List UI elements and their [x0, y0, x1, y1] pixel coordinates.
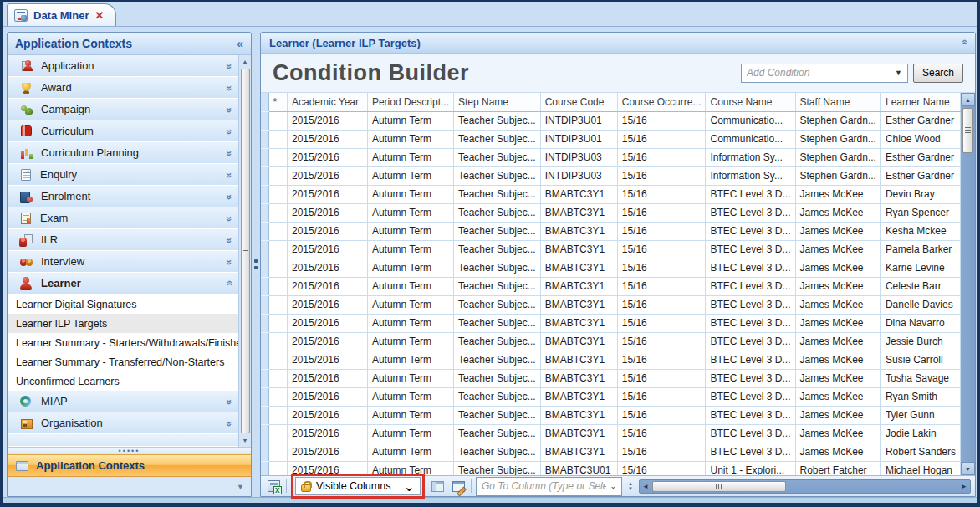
- table-row[interactable]: 2015/2016Autumn TermTeacher Subjec...BMA…: [261, 277, 961, 295]
- sidebar-item-interview[interactable]: Interview»: [8, 251, 238, 273]
- table-cell[interactable]: BMABTC3Y1: [540, 406, 617, 424]
- table-row[interactable]: 2015/2016Autumn TermTeacher Subjec...BMA…: [261, 443, 961, 461]
- table-cell[interactable]: Autumn Term: [367, 332, 453, 351]
- table-row[interactable]: 2015/2016Autumn TermTeacher Subjec...BMA…: [261, 369, 961, 387]
- table-cell[interactable]: Esther Gardner: [880, 111, 960, 130]
- table-cell[interactable]: Autumn Term: [367, 295, 453, 314]
- table-cell[interactable]: James McKee: [795, 351, 880, 369]
- table-row[interactable]: 2015/2016Autumn TermTeacher Subjec...BMA…: [261, 351, 961, 369]
- table-cell[interactable]: [268, 259, 287, 277]
- row-indicator[interactable]: [261, 332, 268, 351]
- table-cell[interactable]: Stephen Gardn...: [795, 130, 880, 148]
- table-row[interactable]: 2015/2016Autumn TermTeacher Subjec...BMA…: [261, 332, 961, 351]
- table-row[interactable]: 2015/2016Autumn TermTeacher Subjec...BMA…: [261, 295, 961, 314]
- table-cell[interactable]: Celeste Barr: [880, 277, 960, 295]
- table-cell[interactable]: 15/16: [617, 277, 706, 295]
- table-cell[interactable]: BTEC Level 3 D...: [706, 332, 795, 351]
- collapse-sidebar-icon[interactable]: «: [237, 37, 243, 50]
- table-cell[interactable]: 2015/2016: [287, 259, 367, 277]
- row-indicator[interactable]: [261, 222, 268, 240]
- table-cell[interactable]: Ryan Smith: [880, 387, 960, 406]
- table-scrollbar-thumb[interactable]: [962, 108, 973, 153]
- table-cell[interactable]: Teacher Subjec...: [453, 332, 540, 351]
- table-cell[interactable]: BMABTC3Y1: [540, 424, 617, 443]
- table-cell[interactable]: 2015/2016: [287, 295, 367, 314]
- table-cell[interactable]: James McKee: [795, 185, 880, 203]
- table-cell[interactable]: Autumn Term: [367, 259, 453, 277]
- table-cell[interactable]: [268, 148, 287, 166]
- table-cell[interactable]: Communicatio...: [706, 130, 795, 148]
- table-cell[interactable]: Kesha Mckee: [880, 222, 960, 240]
- row-indicator[interactable]: [261, 185, 268, 203]
- row-indicator[interactable]: [261, 240, 268, 259]
- table-cell[interactable]: BTEC Level 3 D...: [706, 369, 795, 387]
- table-cell[interactable]: Chloe Wood: [880, 130, 960, 148]
- table-cell[interactable]: Communicatio...: [706, 111, 795, 130]
- table-cell[interactable]: BMABTC3U01: [540, 461, 617, 475]
- table-cell[interactable]: Dina Navarro: [880, 314, 960, 332]
- table-cell[interactable]: Teacher Subjec...: [453, 387, 540, 406]
- chevron-down-icon[interactable]: ▼: [895, 69, 902, 77]
- row-indicator[interactable]: [261, 295, 268, 314]
- table-cell[interactable]: Devin Bray: [880, 185, 960, 203]
- column-header-learner-name[interactable]: Learner Name: [880, 93, 960, 111]
- table-cell[interactable]: 15/16: [617, 295, 706, 314]
- table-cell[interactable]: Tyler Gunn: [880, 406, 960, 424]
- table-cell[interactable]: BMABTC3Y1: [540, 332, 617, 351]
- column-header-academic-year[interactable]: Academic Year: [287, 93, 367, 111]
- row-indicator[interactable]: [261, 166, 268, 185]
- table-cell[interactable]: BMABTC3Y1: [540, 443, 617, 461]
- sidebar-item-curriculum-planning[interactable]: Curriculum Planning»: [8, 142, 238, 164]
- sidebar-item-curriculum[interactable]: Curriculum»: [8, 120, 238, 142]
- hscrollbar-thumb[interactable]: [652, 481, 786, 492]
- table-cell[interactable]: Teacher Subjec...: [453, 314, 540, 332]
- table-cell[interactable]: 15/16: [617, 424, 706, 443]
- table-row[interactable]: 2015/2016Autumn TermTeacher Subjec...BMA…: [261, 259, 961, 277]
- table-cell[interactable]: Autumn Term: [367, 277, 453, 295]
- table-cell[interactable]: [268, 314, 287, 332]
- sidebar-subitem-learner-ilp-targets[interactable]: Learner ILP Targets: [8, 314, 238, 333]
- table-cell[interactable]: BMABTC3Y1: [540, 351, 617, 369]
- table-cell[interactable]: James McKee: [795, 295, 880, 314]
- row-indicator[interactable]: [261, 130, 268, 148]
- table-cell[interactable]: BTEC Level 3 D...: [706, 203, 795, 222]
- table-cell[interactable]: 2015/2016: [287, 424, 367, 443]
- column-header-[interactable]: *: [268, 93, 287, 111]
- table-cell[interactable]: Autumn Term: [367, 185, 453, 203]
- edit-columns-button[interactable]: [450, 479, 467, 494]
- table-cell[interactable]: Autumn Term: [367, 369, 453, 387]
- table-cell[interactable]: 2015/2016: [287, 277, 367, 295]
- table-cell[interactable]: [268, 130, 287, 148]
- table-cell[interactable]: Teacher Subjec...: [453, 277, 540, 295]
- table-cell[interactable]: Susie Carroll: [880, 351, 960, 369]
- table-cell[interactable]: Autumn Term: [367, 424, 453, 443]
- table-cell[interactable]: [268, 203, 287, 222]
- table-cell[interactable]: Stephen Gardn...: [795, 166, 880, 185]
- column-header-course-occurre[interactable]: Course Occurre...: [617, 93, 706, 111]
- row-indicator[interactable]: [261, 369, 268, 387]
- table-cell[interactable]: 2015/2016: [287, 443, 367, 461]
- chevron-down-icon[interactable]: ⌄: [404, 479, 415, 494]
- table-cell[interactable]: [268, 185, 287, 203]
- table-cell[interactable]: [268, 443, 287, 461]
- table-cell[interactable]: Teacher Subjec...: [453, 240, 540, 259]
- row-indicator[interactable]: [261, 443, 268, 461]
- table-cell[interactable]: [268, 166, 287, 185]
- table-cell[interactable]: 15/16: [617, 166, 706, 185]
- table-cell[interactable]: James McKee: [795, 406, 880, 424]
- table-cell[interactable]: [268, 387, 287, 406]
- table-cell[interactable]: BTEC Level 3 D...: [706, 185, 795, 203]
- table-cell[interactable]: INTDIP3U03: [540, 166, 617, 185]
- table-cell[interactable]: 15/16: [617, 259, 706, 277]
- table-cell[interactable]: Teacher Subjec...: [453, 295, 540, 314]
- table-cell[interactable]: Teacher Subjec...: [453, 130, 540, 148]
- table-row[interactable]: 2015/2016Autumn TermTeacher Subjec...INT…: [261, 111, 961, 130]
- table-cell[interactable]: Autumn Term: [367, 130, 453, 148]
- table-cell[interactable]: Jodie Lakin: [880, 424, 960, 443]
- table-cell[interactable]: Danelle Davies: [880, 295, 960, 314]
- sidebar-subitem-learner-summary-transferred-non-starters[interactable]: Learner Summary - Transferred/Non-Starte…: [8, 352, 238, 371]
- table-cell[interactable]: Autumn Term: [367, 351, 453, 369]
- sidebar-item-ilr[interactable]: ILR»: [8, 229, 238, 251]
- sidebar-item-organisation[interactable]: Organisation»: [8, 412, 238, 434]
- table-cell[interactable]: 2015/2016: [287, 332, 367, 351]
